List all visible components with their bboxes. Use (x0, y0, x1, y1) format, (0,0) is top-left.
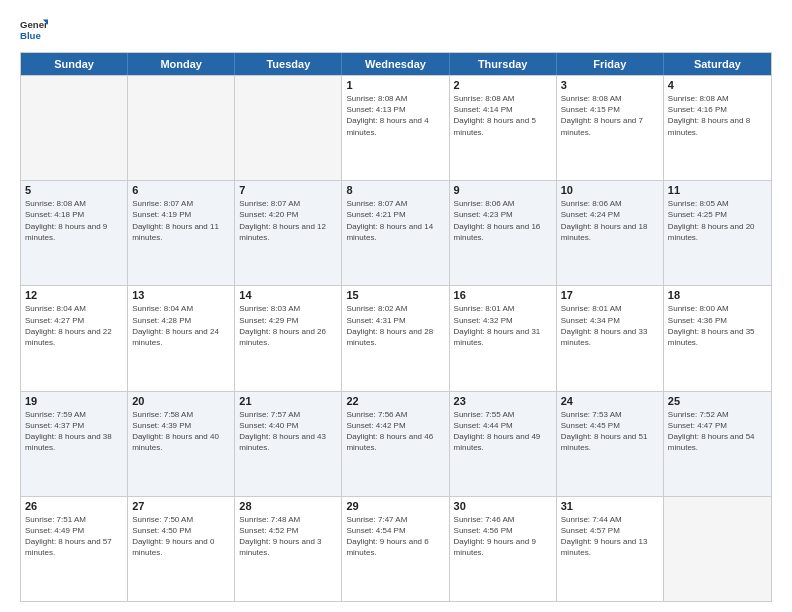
day-info: Sunrise: 7:57 AMSunset: 4:40 PMDaylight:… (239, 409, 337, 454)
day-info: Sunrise: 8:07 AMSunset: 4:19 PMDaylight:… (132, 198, 230, 243)
day-number: 26 (25, 500, 123, 512)
day-cell-20: 20Sunrise: 7:58 AMSunset: 4:39 PMDayligh… (128, 392, 235, 496)
day-info: Sunrise: 8:08 AMSunset: 4:15 PMDaylight:… (561, 93, 659, 138)
day-number: 14 (239, 289, 337, 301)
day-number: 12 (25, 289, 123, 301)
day-number: 11 (668, 184, 767, 196)
day-number: 23 (454, 395, 552, 407)
day-info: Sunrise: 8:08 AMSunset: 4:16 PMDaylight:… (668, 93, 767, 138)
day-cell-31: 31Sunrise: 7:44 AMSunset: 4:57 PMDayligh… (557, 497, 664, 601)
day-info: Sunrise: 8:08 AMSunset: 4:18 PMDaylight:… (25, 198, 123, 243)
day-info: Sunrise: 8:00 AMSunset: 4:36 PMDaylight:… (668, 303, 767, 348)
calendar-row-4: 26Sunrise: 7:51 AMSunset: 4:49 PMDayligh… (21, 496, 771, 601)
day-number: 9 (454, 184, 552, 196)
day-cell-17: 17Sunrise: 8:01 AMSunset: 4:34 PMDayligh… (557, 286, 664, 390)
day-cell-8: 8Sunrise: 8:07 AMSunset: 4:21 PMDaylight… (342, 181, 449, 285)
day-info: Sunrise: 8:05 AMSunset: 4:25 PMDaylight:… (668, 198, 767, 243)
day-info: Sunrise: 8:08 AMSunset: 4:14 PMDaylight:… (454, 93, 552, 138)
day-info: Sunrise: 7:50 AMSunset: 4:50 PMDaylight:… (132, 514, 230, 559)
day-cell-21: 21Sunrise: 7:57 AMSunset: 4:40 PMDayligh… (235, 392, 342, 496)
day-number: 10 (561, 184, 659, 196)
day-number: 19 (25, 395, 123, 407)
empty-cell-0-0 (21, 76, 128, 180)
logo-icon: General Blue (20, 16, 48, 44)
day-cell-2: 2Sunrise: 8:08 AMSunset: 4:14 PMDaylight… (450, 76, 557, 180)
day-number: 7 (239, 184, 337, 196)
calendar-body: 1Sunrise: 8:08 AMSunset: 4:13 PMDaylight… (21, 75, 771, 601)
day-cell-25: 25Sunrise: 7:52 AMSunset: 4:47 PMDayligh… (664, 392, 771, 496)
calendar-row-0: 1Sunrise: 8:08 AMSunset: 4:13 PMDaylight… (21, 75, 771, 180)
day-cell-3: 3Sunrise: 8:08 AMSunset: 4:15 PMDaylight… (557, 76, 664, 180)
day-cell-22: 22Sunrise: 7:56 AMSunset: 4:42 PMDayligh… (342, 392, 449, 496)
day-number: 13 (132, 289, 230, 301)
day-info: Sunrise: 7:44 AMSunset: 4:57 PMDaylight:… (561, 514, 659, 559)
day-info: Sunrise: 8:06 AMSunset: 4:23 PMDaylight:… (454, 198, 552, 243)
calendar-row-1: 5Sunrise: 8:08 AMSunset: 4:18 PMDaylight… (21, 180, 771, 285)
day-cell-16: 16Sunrise: 8:01 AMSunset: 4:32 PMDayligh… (450, 286, 557, 390)
day-number: 30 (454, 500, 552, 512)
logo: General Blue (20, 16, 48, 44)
day-info: Sunrise: 8:06 AMSunset: 4:24 PMDaylight:… (561, 198, 659, 243)
day-number: 6 (132, 184, 230, 196)
calendar-row-3: 19Sunrise: 7:59 AMSunset: 4:37 PMDayligh… (21, 391, 771, 496)
day-info: Sunrise: 7:59 AMSunset: 4:37 PMDaylight:… (25, 409, 123, 454)
day-info: Sunrise: 8:07 AMSunset: 4:20 PMDaylight:… (239, 198, 337, 243)
day-number: 16 (454, 289, 552, 301)
day-number: 25 (668, 395, 767, 407)
svg-text:Blue: Blue (20, 30, 41, 41)
day-cell-28: 28Sunrise: 7:48 AMSunset: 4:52 PMDayligh… (235, 497, 342, 601)
day-info: Sunrise: 7:48 AMSunset: 4:52 PMDaylight:… (239, 514, 337, 559)
empty-cell-4-6 (664, 497, 771, 601)
day-info: Sunrise: 7:51 AMSunset: 4:49 PMDaylight:… (25, 514, 123, 559)
day-number: 18 (668, 289, 767, 301)
day-info: Sunrise: 8:03 AMSunset: 4:29 PMDaylight:… (239, 303, 337, 348)
day-cell-15: 15Sunrise: 8:02 AMSunset: 4:31 PMDayligh… (342, 286, 449, 390)
day-cell-26: 26Sunrise: 7:51 AMSunset: 4:49 PMDayligh… (21, 497, 128, 601)
day-info: Sunrise: 7:47 AMSunset: 4:54 PMDaylight:… (346, 514, 444, 559)
weekday-header-tuesday: Tuesday (235, 53, 342, 75)
day-number: 15 (346, 289, 444, 301)
day-cell-24: 24Sunrise: 7:53 AMSunset: 4:45 PMDayligh… (557, 392, 664, 496)
calendar-row-2: 12Sunrise: 8:04 AMSunset: 4:27 PMDayligh… (21, 285, 771, 390)
day-info: Sunrise: 7:53 AMSunset: 4:45 PMDaylight:… (561, 409, 659, 454)
day-info: Sunrise: 7:58 AMSunset: 4:39 PMDaylight:… (132, 409, 230, 454)
day-info: Sunrise: 8:01 AMSunset: 4:32 PMDaylight:… (454, 303, 552, 348)
day-cell-23: 23Sunrise: 7:55 AMSunset: 4:44 PMDayligh… (450, 392, 557, 496)
day-cell-9: 9Sunrise: 8:06 AMSunset: 4:23 PMDaylight… (450, 181, 557, 285)
day-info: Sunrise: 8:04 AMSunset: 4:27 PMDaylight:… (25, 303, 123, 348)
day-number: 4 (668, 79, 767, 91)
empty-cell-0-2 (235, 76, 342, 180)
day-info: Sunrise: 8:08 AMSunset: 4:13 PMDaylight:… (346, 93, 444, 138)
weekday-header-saturday: Saturday (664, 53, 771, 75)
day-cell-18: 18Sunrise: 8:00 AMSunset: 4:36 PMDayligh… (664, 286, 771, 390)
calendar-header: SundayMondayTuesdayWednesdayThursdayFrid… (21, 53, 771, 75)
day-info: Sunrise: 8:07 AMSunset: 4:21 PMDaylight:… (346, 198, 444, 243)
day-number: 20 (132, 395, 230, 407)
day-cell-11: 11Sunrise: 8:05 AMSunset: 4:25 PMDayligh… (664, 181, 771, 285)
weekday-header-thursday: Thursday (450, 53, 557, 75)
day-cell-5: 5Sunrise: 8:08 AMSunset: 4:18 PMDaylight… (21, 181, 128, 285)
day-cell-4: 4Sunrise: 8:08 AMSunset: 4:16 PMDaylight… (664, 76, 771, 180)
day-cell-19: 19Sunrise: 7:59 AMSunset: 4:37 PMDayligh… (21, 392, 128, 496)
weekday-header-sunday: Sunday (21, 53, 128, 75)
svg-text:General: General (20, 19, 48, 30)
day-cell-12: 12Sunrise: 8:04 AMSunset: 4:27 PMDayligh… (21, 286, 128, 390)
weekday-header-monday: Monday (128, 53, 235, 75)
day-info: Sunrise: 7:52 AMSunset: 4:47 PMDaylight:… (668, 409, 767, 454)
day-cell-14: 14Sunrise: 8:03 AMSunset: 4:29 PMDayligh… (235, 286, 342, 390)
day-number: 3 (561, 79, 659, 91)
day-cell-6: 6Sunrise: 8:07 AMSunset: 4:19 PMDaylight… (128, 181, 235, 285)
day-number: 29 (346, 500, 444, 512)
day-number: 17 (561, 289, 659, 301)
page-header: General Blue (20, 16, 772, 44)
day-number: 2 (454, 79, 552, 91)
day-number: 27 (132, 500, 230, 512)
weekday-header-friday: Friday (557, 53, 664, 75)
day-cell-7: 7Sunrise: 8:07 AMSunset: 4:20 PMDaylight… (235, 181, 342, 285)
day-number: 5 (25, 184, 123, 196)
day-info: Sunrise: 8:02 AMSunset: 4:31 PMDaylight:… (346, 303, 444, 348)
day-number: 31 (561, 500, 659, 512)
day-info: Sunrise: 7:56 AMSunset: 4:42 PMDaylight:… (346, 409, 444, 454)
day-info: Sunrise: 7:46 AMSunset: 4:56 PMDaylight:… (454, 514, 552, 559)
day-info: Sunrise: 7:55 AMSunset: 4:44 PMDaylight:… (454, 409, 552, 454)
